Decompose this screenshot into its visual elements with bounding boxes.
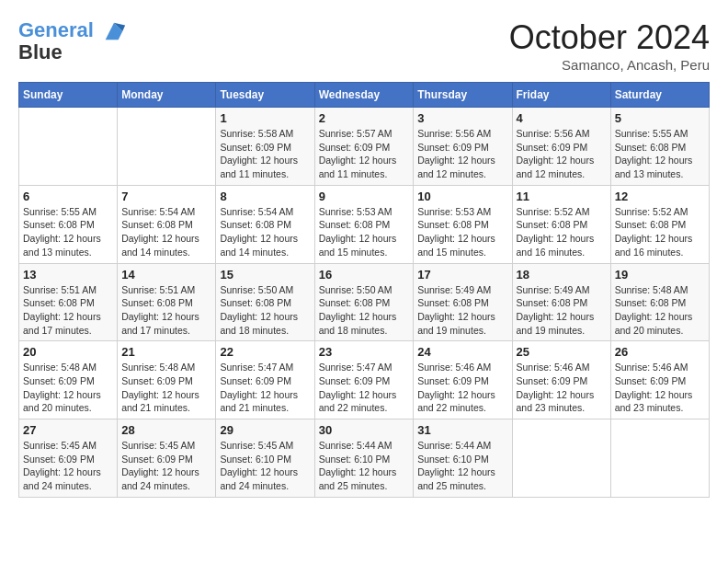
calendar-cell: 20Sunrise: 5:48 AM Sunset: 6:09 PM Dayli… — [19, 341, 118, 419]
day-info: Sunrise: 5:47 AM Sunset: 6:09 PM Dayligh… — [220, 361, 310, 415]
header-wednesday: Wednesday — [314, 83, 414, 108]
day-info: Sunrise: 5:46 AM Sunset: 6:09 PM Dayligh… — [615, 361, 705, 415]
header-monday: Monday — [118, 83, 216, 108]
day-info: Sunrise: 5:48 AM Sunset: 6:09 PM Dayligh… — [23, 361, 113, 415]
month-title: October 2024 — [509, 18, 710, 57]
day-info: Sunrise: 5:45 AM Sunset: 6:09 PM Dayligh… — [23, 439, 113, 493]
calendar-cell: 9Sunrise: 5:53 AM Sunset: 6:08 PM Daylig… — [314, 185, 414, 263]
calendar-cell: 28Sunrise: 5:45 AM Sunset: 6:09 PM Dayli… — [118, 419, 216, 498]
day-number: 11 — [517, 190, 607, 203]
calendar-week-3: 13Sunrise: 5:51 AM Sunset: 6:08 PM Dayli… — [19, 263, 710, 341]
calendar-cell: 16Sunrise: 5:50 AM Sunset: 6:08 PM Dayli… — [314, 263, 414, 341]
day-number: 2 — [319, 111, 410, 125]
header-thursday: Thursday — [414, 83, 512, 108]
page-header: General Blue October 2024 Samanco, Ancas… — [18, 18, 710, 73]
calendar-cell: 22Sunrise: 5:47 AM Sunset: 6:09 PM Dayli… — [216, 341, 314, 419]
calendar-week-1: 1Sunrise: 5:58 AM Sunset: 6:09 PM Daylig… — [19, 108, 710, 186]
day-number: 4 — [517, 111, 607, 125]
day-number: 9 — [319, 190, 410, 203]
calendar-week-4: 20Sunrise: 5:48 AM Sunset: 6:09 PM Dayli… — [19, 341, 710, 419]
header-tuesday: Tuesday — [216, 83, 314, 108]
logo: General Blue — [18, 18, 127, 64]
calendar-cell: 1Sunrise: 5:58 AM Sunset: 6:09 PM Daylig… — [216, 108, 314, 186]
calendar-table: SundayMondayTuesdayWednesdayThursdayFrid… — [18, 82, 710, 498]
day-number: 18 — [517, 268, 607, 282]
day-info: Sunrise: 5:46 AM Sunset: 6:09 PM Dayligh… — [417, 361, 507, 415]
calendar-cell: 26Sunrise: 5:46 AM Sunset: 6:09 PM Dayli… — [610, 341, 709, 419]
day-info: Sunrise: 5:56 AM Sunset: 6:09 PM Dayligh… — [517, 127, 607, 181]
day-number: 22 — [220, 345, 310, 359]
calendar-cell: 21Sunrise: 5:48 AM Sunset: 6:09 PM Dayli… — [118, 341, 216, 419]
day-info: Sunrise: 5:48 AM Sunset: 6:09 PM Dayligh… — [121, 361, 211, 415]
day-number: 27 — [23, 423, 113, 437]
day-info: Sunrise: 5:51 AM Sunset: 6:08 PM Dayligh… — [121, 283, 211, 338]
calendar-cell — [610, 419, 709, 498]
day-info: Sunrise: 5:48 AM Sunset: 6:08 PM Dayligh… — [615, 283, 705, 338]
calendar-week-2: 6Sunrise: 5:55 AM Sunset: 6:08 PM Daylig… — [19, 185, 710, 263]
day-info: Sunrise: 5:57 AM Sunset: 6:09 PM Dayligh… — [319, 127, 410, 181]
day-info: Sunrise: 5:50 AM Sunset: 6:08 PM Dayligh… — [319, 283, 410, 338]
day-number: 29 — [220, 423, 310, 437]
day-number: 30 — [319, 423, 410, 437]
header-saturday: Saturday — [610, 83, 709, 108]
calendar-cell: 19Sunrise: 5:48 AM Sunset: 6:08 PM Dayli… — [610, 263, 709, 341]
day-info: Sunrise: 5:44 AM Sunset: 6:10 PM Dayligh… — [319, 439, 410, 493]
day-info: Sunrise: 5:49 AM Sunset: 6:08 PM Dayligh… — [517, 283, 607, 338]
day-number: 1 — [220, 111, 310, 125]
day-number: 15 — [220, 268, 310, 282]
calendar-cell: 31Sunrise: 5:44 AM Sunset: 6:10 PM Dayli… — [414, 419, 512, 498]
day-info: Sunrise: 5:45 AM Sunset: 6:10 PM Dayligh… — [220, 439, 310, 493]
calendar-week-5: 27Sunrise: 5:45 AM Sunset: 6:09 PM Dayli… — [19, 419, 710, 498]
logo-icon — [101, 18, 127, 44]
day-info: Sunrise: 5:53 AM Sunset: 6:08 PM Dayligh… — [319, 205, 410, 259]
day-number: 25 — [517, 345, 607, 359]
title-block: October 2024 Samanco, Ancash, Peru — [509, 18, 710, 73]
calendar-cell: 27Sunrise: 5:45 AM Sunset: 6:09 PM Dayli… — [19, 419, 118, 498]
day-number: 23 — [319, 345, 410, 359]
day-info: Sunrise: 5:45 AM Sunset: 6:09 PM Dayligh… — [121, 439, 211, 493]
day-info: Sunrise: 5:55 AM Sunset: 6:08 PM Dayligh… — [23, 205, 113, 259]
day-number: 26 — [615, 345, 705, 359]
calendar-cell: 15Sunrise: 5:50 AM Sunset: 6:08 PM Dayli… — [216, 263, 314, 341]
day-number: 31 — [417, 423, 507, 437]
day-info: Sunrise: 5:54 AM Sunset: 6:08 PM Dayligh… — [121, 205, 211, 259]
day-info: Sunrise: 5:52 AM Sunset: 6:08 PM Dayligh… — [615, 205, 705, 259]
calendar-cell: 3Sunrise: 5:56 AM Sunset: 6:09 PM Daylig… — [414, 108, 512, 186]
calendar-cell: 17Sunrise: 5:49 AM Sunset: 6:08 PM Dayli… — [414, 263, 512, 341]
calendar-body: 1Sunrise: 5:58 AM Sunset: 6:09 PM Daylig… — [19, 108, 710, 498]
calendar-cell: 29Sunrise: 5:45 AM Sunset: 6:10 PM Dayli… — [216, 419, 314, 498]
day-number: 12 — [615, 190, 705, 203]
day-info: Sunrise: 5:54 AM Sunset: 6:08 PM Dayligh… — [220, 205, 310, 259]
calendar-cell: 18Sunrise: 5:49 AM Sunset: 6:08 PM Dayli… — [512, 263, 610, 341]
calendar-cell: 8Sunrise: 5:54 AM Sunset: 6:08 PM Daylig… — [216, 185, 314, 263]
calendar-cell — [19, 108, 118, 186]
calendar-cell: 24Sunrise: 5:46 AM Sunset: 6:09 PM Dayli… — [414, 341, 512, 419]
calendar-header-row: SundayMondayTuesdayWednesdayThursdayFrid… — [19, 83, 710, 108]
day-number: 14 — [121, 268, 211, 282]
day-info: Sunrise: 5:46 AM Sunset: 6:09 PM Dayligh… — [517, 361, 607, 415]
day-info: Sunrise: 5:56 AM Sunset: 6:09 PM Dayligh… — [417, 127, 507, 181]
calendar-cell: 12Sunrise: 5:52 AM Sunset: 6:08 PM Dayli… — [610, 185, 709, 263]
day-number: 6 — [23, 190, 113, 203]
calendar-cell: 25Sunrise: 5:46 AM Sunset: 6:09 PM Dayli… — [512, 341, 610, 419]
day-number: 16 — [319, 268, 410, 282]
day-number: 24 — [417, 345, 507, 359]
day-number: 5 — [615, 111, 705, 125]
calendar-cell: 2Sunrise: 5:57 AM Sunset: 6:09 PM Daylig… — [314, 108, 414, 186]
calendar-cell: 10Sunrise: 5:53 AM Sunset: 6:08 PM Dayli… — [414, 185, 512, 263]
day-info: Sunrise: 5:49 AM Sunset: 6:08 PM Dayligh… — [417, 283, 507, 338]
day-number: 17 — [417, 268, 507, 282]
day-info: Sunrise: 5:50 AM Sunset: 6:08 PM Dayligh… — [220, 283, 310, 338]
day-number: 7 — [121, 190, 211, 203]
calendar-cell: 6Sunrise: 5:55 AM Sunset: 6:08 PM Daylig… — [19, 185, 118, 263]
location-subtitle: Samanco, Ancash, Peru — [509, 57, 710, 73]
calendar-cell — [118, 108, 216, 186]
day-number: 19 — [615, 268, 705, 282]
calendar-cell: 4Sunrise: 5:56 AM Sunset: 6:09 PM Daylig… — [512, 108, 610, 186]
calendar-cell: 11Sunrise: 5:52 AM Sunset: 6:08 PM Dayli… — [512, 185, 610, 263]
header-sunday: Sunday — [19, 83, 118, 108]
calendar-cell: 30Sunrise: 5:44 AM Sunset: 6:10 PM Dayli… — [314, 419, 414, 498]
day-info: Sunrise: 5:51 AM Sunset: 6:08 PM Dayligh… — [23, 283, 113, 338]
calendar-cell: 14Sunrise: 5:51 AM Sunset: 6:08 PM Dayli… — [118, 263, 216, 341]
header-friday: Friday — [512, 83, 610, 108]
